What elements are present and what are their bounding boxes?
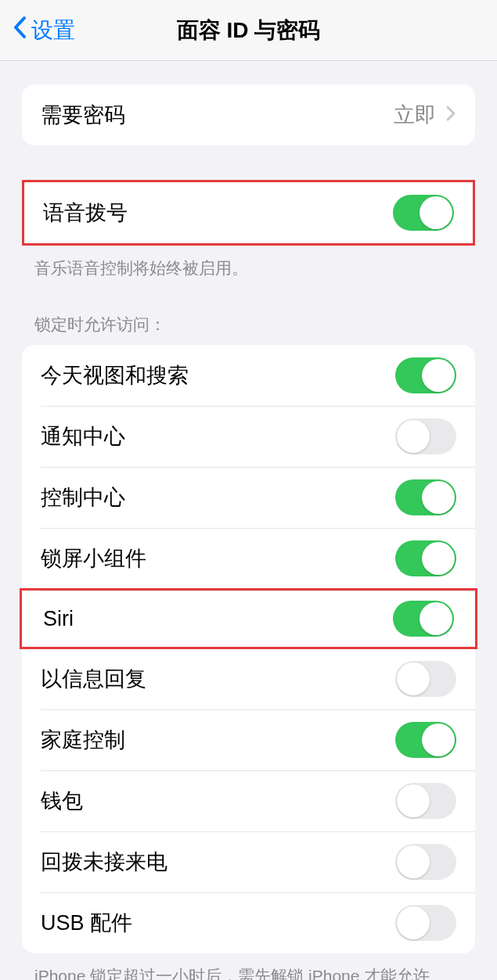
lock-access-item-toggle[interactable] bbox=[395, 661, 456, 697]
lock-access-row: 以信息回复 bbox=[22, 648, 475, 709]
chevron-left-icon bbox=[13, 15, 27, 45]
lock-access-item-label: 今天视图和搜索 bbox=[41, 361, 189, 389]
lock-access-row: 家庭控制 bbox=[22, 709, 475, 770]
require-passcode-detail: 立即 bbox=[394, 101, 456, 129]
lock-access-item-toggle[interactable] bbox=[395, 540, 456, 576]
lock-access-item-label: 控制中心 bbox=[41, 483, 125, 512]
voice-dial-label: 语音拨号 bbox=[43, 199, 128, 227]
lock-access-item-label: USB 配件 bbox=[41, 909, 132, 937]
lock-access-item-toggle[interactable] bbox=[393, 601, 454, 637]
lock-access-item-label: 钱包 bbox=[41, 787, 83, 815]
voice-dial-footer: 音乐语音控制将始终被启用。 bbox=[0, 246, 497, 279]
back-label: 设置 bbox=[31, 16, 75, 45]
lock-access-footer: iPhone 锁定超过一小时后，需先解锁 iPhone 才能允许 USB 配件连… bbox=[0, 953, 497, 980]
lock-access-row: 钱包 bbox=[22, 770, 475, 831]
lock-access-item-toggle[interactable] bbox=[395, 722, 456, 758]
lock-access-row: 控制中心 bbox=[22, 467, 475, 528]
back-button[interactable]: 设置 bbox=[0, 15, 75, 45]
lock-access-item-toggle[interactable] bbox=[395, 783, 456, 819]
lock-access-item-toggle[interactable] bbox=[395, 479, 456, 515]
require-passcode-label: 需要密码 bbox=[41, 101, 125, 129]
lock-access-row: 今天视图和搜索 bbox=[22, 345, 475, 406]
voice-dial-group: 语音拨号 bbox=[22, 180, 475, 246]
lock-access-group: 今天视图和搜索通知中心控制中心锁屏小组件Siri以信息回复家庭控制钱包回拨未接来… bbox=[22, 345, 475, 953]
lock-access-header: 锁定时允许访问： bbox=[0, 314, 497, 345]
lock-access-item-label: 家庭控制 bbox=[41, 726, 125, 754]
page-title: 面容 ID 与密码 bbox=[177, 16, 321, 45]
chevron-right-icon bbox=[445, 102, 456, 127]
voice-dial-row: 语音拨号 bbox=[24, 182, 473, 243]
lock-access-row: 回拨未接来电 bbox=[22, 831, 475, 892]
lock-access-item-label: Siri bbox=[43, 607, 74, 631]
lock-access-row: USB 配件 bbox=[22, 892, 475, 953]
lock-access-item-toggle[interactable] bbox=[395, 905, 456, 941]
lock-access-item-label: 通知中心 bbox=[41, 422, 125, 451]
lock-access-row: Siri bbox=[20, 588, 477, 649]
navigation-bar: 设置 面容 ID 与密码 bbox=[0, 0, 497, 61]
lock-access-row: 锁屏小组件 bbox=[22, 528, 475, 589]
lock-access-item-toggle[interactable] bbox=[395, 357, 456, 393]
passcode-group: 需要密码 立即 bbox=[22, 84, 475, 145]
require-passcode-row[interactable]: 需要密码 立即 bbox=[22, 84, 475, 145]
lock-access-row: 通知中心 bbox=[22, 406, 475, 467]
lock-access-item-label: 以信息回复 bbox=[41, 665, 146, 693]
lock-access-item-label: 锁屏小组件 bbox=[41, 544, 146, 573]
lock-access-item-label: 回拨未接来电 bbox=[41, 848, 167, 876]
lock-access-item-toggle[interactable] bbox=[395, 844, 456, 880]
require-passcode-value: 立即 bbox=[394, 101, 436, 129]
voice-dial-toggle[interactable] bbox=[393, 195, 454, 231]
lock-access-item-toggle[interactable] bbox=[395, 418, 456, 454]
